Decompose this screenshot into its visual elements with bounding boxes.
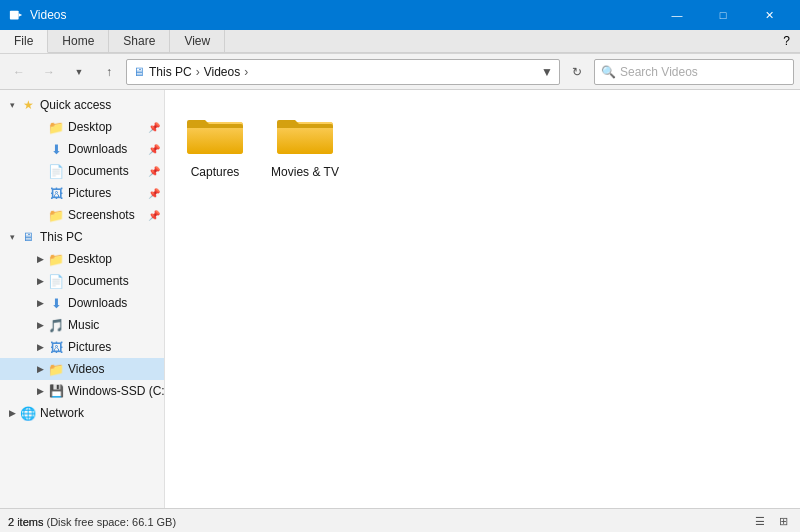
sidebar-item-pictures-qa[interactable]: 🖼 Pictures 📌 [0,182,164,204]
tab-share[interactable]: Share [109,30,170,52]
network-icon: 🌐 [20,405,36,421]
pictures-qa-pin: 📌 [148,188,160,199]
downloads-pc-expand[interactable]: ▶ [32,295,48,311]
this-pc-header[interactable]: ▾ 🖥 This PC [0,226,164,248]
pictures-pc-icon: 🖼 [48,339,64,355]
content-area: Captures Movies & TV [165,90,800,508]
this-pc-expand[interactable]: ▾ [4,229,20,245]
refresh-button[interactable]: ↻ [564,59,590,85]
downloads-qa-label: Downloads [68,142,127,156]
address-dropdown[interactable]: ▼ [541,65,553,79]
pictures-qa-label: Pictures [68,186,111,200]
documents-qa-label: Documents [68,164,129,178]
forward-button[interactable]: → [36,59,62,85]
videos-pc-label: Videos [68,362,104,376]
quick-access-star-icon: ★ [20,97,36,113]
folder-captures[interactable]: Captures [175,100,255,187]
downloads-qa-icon: ⬇ [48,141,64,157]
network-label: Network [40,406,84,420]
this-pc-label: This PC [40,230,83,244]
sidebar-item-downloads-qa[interactable]: ⬇ Downloads 📌 [0,138,164,160]
movies-tv-folder-icon [275,108,335,159]
quick-access-label: Quick access [40,98,111,112]
list-view-button[interactable]: ☰ [751,513,769,530]
downloads-pc-label: Downloads [68,296,127,310]
tab-file[interactable]: File [0,30,48,53]
network-header[interactable]: ▶ 🌐 Network [0,402,164,424]
pictures-qa-expand [32,185,48,201]
main-layout: ▾ ★ Quick access 📁 Desktop 📌 ⬇ Downloads… [0,90,800,508]
tab-view[interactable]: View [170,30,225,52]
bottom-info: 2 items (Disk free space: 66.1 GB) [8,516,176,528]
captures-folder-name: Captures [191,165,240,179]
desktop-qa-pin: 📌 [148,122,160,133]
help-button[interactable]: ? [773,30,800,52]
sidebar-item-documents-qa[interactable]: 📄 Documents 📌 [0,160,164,182]
minimize-button[interactable]: — [654,0,700,30]
ribbon-tab-bar: File Home Share View ? [0,30,800,53]
videos-pc-expand[interactable]: ▶ [32,361,48,377]
up-button[interactable]: ↑ [96,59,122,85]
svg-rect-0 [10,11,19,20]
captures-folder-icon [185,108,245,159]
search-box[interactable]: 🔍 Search Videos [594,59,794,85]
desktop-pc-label: Desktop [68,252,112,266]
pictures-pc-label: Pictures [68,340,111,354]
desktop-pc-expand[interactable]: ▶ [32,251,48,267]
window-title: Videos [30,8,66,22]
quick-access-header[interactable]: ▾ ★ Quick access [0,94,164,116]
sidebar-item-pictures-pc[interactable]: ▶ 🖼 Pictures [0,336,164,358]
downloads-qa-expand [32,141,48,157]
title-bar: Videos — □ ✕ [0,0,800,30]
pictures-qa-icon: 🖼 [48,185,64,201]
address-bar[interactable]: 🖥 This PC › Videos › ▼ [126,59,560,85]
sidebar-item-music-pc[interactable]: ▶ 🎵 Music [0,314,164,336]
address-videos[interactable]: Videos [204,65,240,79]
sidebar-item-videos-pc[interactable]: ▶ 📁 Videos [0,358,164,380]
video-icon [8,7,24,23]
documents-pc-expand[interactable]: ▶ [32,273,48,289]
back-button[interactable]: ← [6,59,32,85]
separator-1: › [196,65,200,79]
sidebar-item-windows-ssd[interactable]: ▶ 💾 Windows-SSD (C:) [0,380,164,402]
music-pc-label: Music [68,318,99,332]
desktop-qa-label: Desktop [68,120,112,134]
sidebar-item-desktop-qa[interactable]: 📁 Desktop 📌 [0,116,164,138]
downloads-qa-pin: 📌 [148,144,160,155]
desktop-qa-expand [32,119,48,135]
pictures-pc-expand[interactable]: ▶ [32,339,48,355]
sidebar-item-documents-pc[interactable]: ▶ 📄 Documents [0,270,164,292]
documents-pc-label: Documents [68,274,129,288]
search-placeholder: Search Videos [620,65,698,79]
screenshots-qa-icon: 📁 [48,207,64,223]
documents-qa-pin: 📌 [148,166,160,177]
sidebar-item-downloads-pc[interactable]: ▶ ⬇ Downloads [0,292,164,314]
tab-home[interactable]: Home [48,30,109,52]
movies-tv-folder-name: Movies & TV [271,165,339,179]
music-pc-icon: 🎵 [48,317,64,333]
sidebar-item-screenshots-qa[interactable]: 📁 Screenshots 📌 [0,204,164,226]
screenshots-qa-pin: 📌 [148,210,160,221]
screenshots-qa-expand [32,207,48,223]
maximize-button[interactable]: □ [700,0,746,30]
windows-ssd-label: Windows-SSD (C:) [68,384,165,398]
toolbar: ← → ▼ ↑ 🖥 This PC › Videos › ▼ ↻ 🔍 Searc… [0,54,800,90]
quick-access-expand[interactable]: ▾ [4,97,20,113]
folder-movies-tv[interactable]: Movies & TV [265,100,345,187]
windows-ssd-expand[interactable]: ▶ [32,383,48,399]
address-this-pc[interactable]: This PC [149,65,192,79]
search-icon: 🔍 [601,65,616,79]
music-pc-expand[interactable]: ▶ [32,317,48,333]
windows-ssd-icon: 💾 [48,383,64,399]
grid-view-button[interactable]: ⊞ [775,513,792,530]
screenshots-qa-label: Screenshots [68,208,135,222]
documents-qa-expand [32,163,48,179]
desktop-qa-icon: 📁 [48,119,64,135]
recent-locations-button[interactable]: ▼ [66,59,92,85]
ribbon: File Home Share View ? [0,30,800,54]
documents-pc-icon: 📄 [48,273,64,289]
network-expand[interactable]: ▶ [4,405,20,421]
close-button[interactable]: ✕ [746,0,792,30]
this-pc-icon: 🖥 [20,229,36,245]
sidebar-item-desktop-pc[interactable]: ▶ 📁 Desktop [0,248,164,270]
